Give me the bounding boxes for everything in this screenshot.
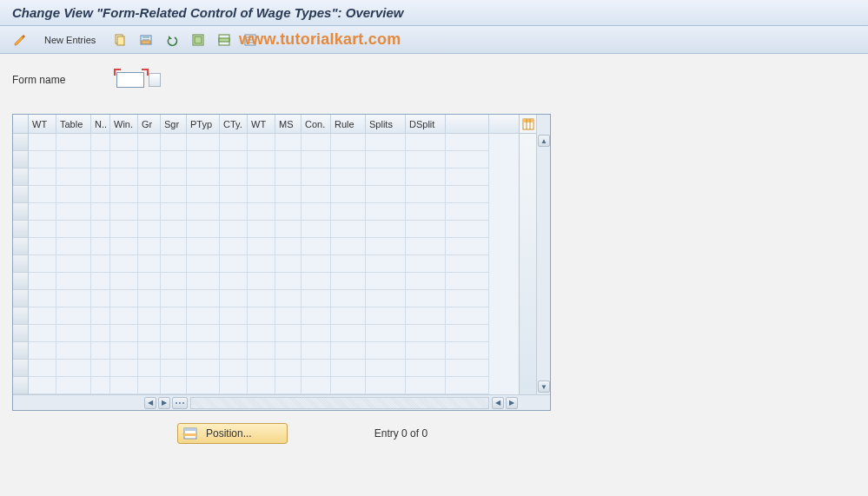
row-selector-header[interactable] <box>13 115 29 134</box>
table-cell[interactable] <box>301 255 331 273</box>
table-cell[interactable] <box>110 151 138 169</box>
table-cell[interactable] <box>56 151 91 169</box>
table-cell[interactable] <box>161 169 187 186</box>
row-selector[interactable] <box>13 290 29 308</box>
table-cell[interactable] <box>331 134 366 151</box>
table-cell[interactable] <box>301 377 331 394</box>
table-cell[interactable] <box>406 360 446 377</box>
table-cell[interactable] <box>138 360 161 377</box>
table-cell[interactable] <box>110 255 138 273</box>
table-cell[interactable] <box>220 255 248 273</box>
table-cell[interactable] <box>110 308 138 325</box>
table-cell[interactable] <box>331 169 366 186</box>
column-header[interactable]: Rule <box>331 115 366 133</box>
table-cell[interactable] <box>29 377 56 394</box>
table-cell[interactable] <box>248 255 275 273</box>
table-cell[interactable] <box>301 134 331 151</box>
undo-change-button[interactable] <box>161 30 183 50</box>
row-selector[interactable] <box>13 360 29 377</box>
table-cell[interactable] <box>56 377 91 394</box>
table-cell[interactable] <box>91 360 110 377</box>
table-cell[interactable] <box>301 325 331 342</box>
table-cell[interactable] <box>56 221 91 238</box>
table-cell[interactable] <box>138 134 161 151</box>
table-cell[interactable] <box>248 169 275 186</box>
table-cell[interactable] <box>29 342 56 360</box>
table-cell[interactable] <box>91 308 110 325</box>
table-cell[interactable] <box>138 377 161 394</box>
table-cell[interactable] <box>56 203 91 221</box>
table-cell[interactable] <box>406 290 446 308</box>
table-cell[interactable] <box>110 221 138 238</box>
table-cell[interactable] <box>110 325 138 342</box>
row-selector[interactable] <box>13 186 29 203</box>
table-cell[interactable] <box>275 255 301 273</box>
form-name-input[interactable] <box>116 72 144 88</box>
table-cell[interactable] <box>91 134 110 151</box>
table-cell[interactable] <box>406 134 446 151</box>
position-button[interactable]: Position... <box>177 423 288 444</box>
row-selector[interactable] <box>13 238 29 255</box>
table-cell[interactable] <box>138 342 161 360</box>
table-cell[interactable] <box>406 169 446 186</box>
table-cell[interactable] <box>91 290 110 308</box>
table-cell[interactable] <box>406 238 446 255</box>
table-cell[interactable] <box>187 186 220 203</box>
table-cell[interactable] <box>29 255 56 273</box>
copy-as-button[interactable] <box>109 30 131 50</box>
table-cell[interactable] <box>91 377 110 394</box>
table-cell[interactable] <box>91 255 110 273</box>
table-cell[interactable] <box>91 342 110 360</box>
table-cell[interactable] <box>275 308 301 325</box>
table-cell[interactable] <box>301 360 331 377</box>
table-cell[interactable] <box>301 290 331 308</box>
table-cell[interactable] <box>248 290 275 308</box>
table-cell[interactable] <box>366 325 406 342</box>
table-cell[interactable] <box>161 377 187 394</box>
table-cell[interactable] <box>91 186 110 203</box>
column-header[interactable]: Win. <box>110 115 138 133</box>
table-cell[interactable] <box>110 203 138 221</box>
row-selector[interactable] <box>13 203 29 221</box>
table-cell[interactable] <box>56 134 91 151</box>
row-selector[interactable] <box>13 169 29 186</box>
table-cell[interactable] <box>161 186 187 203</box>
table-cell[interactable] <box>275 342 301 360</box>
table-cell[interactable] <box>366 186 406 203</box>
table-cell[interactable] <box>331 342 366 360</box>
table-cell[interactable] <box>110 186 138 203</box>
table-cell[interactable] <box>110 342 138 360</box>
scroll-right-end-button[interactable]: ▶ <box>506 397 518 409</box>
table-cell[interactable] <box>220 273 248 290</box>
table-cell[interactable] <box>187 377 220 394</box>
table-cell[interactable] <box>110 290 138 308</box>
table-cell[interactable] <box>275 186 301 203</box>
table-cell[interactable] <box>220 360 248 377</box>
table-cell[interactable] <box>301 151 331 169</box>
table-cell[interactable] <box>406 377 446 394</box>
table-cell[interactable] <box>220 186 248 203</box>
search-help-button[interactable] <box>149 73 161 87</box>
table-cell[interactable] <box>56 273 91 290</box>
table-cell[interactable] <box>275 169 301 186</box>
table-cell[interactable] <box>29 169 56 186</box>
table-cell[interactable] <box>56 290 91 308</box>
select-block-button[interactable] <box>213 30 235 50</box>
table-cell[interactable] <box>248 273 275 290</box>
table-cell[interactable] <box>366 342 406 360</box>
column-header[interactable]: DSplit <box>406 115 446 133</box>
table-cell[interactable] <box>161 203 187 221</box>
table-cell[interactable] <box>366 308 406 325</box>
table-cell[interactable] <box>220 290 248 308</box>
column-header[interactable]: CTy. <box>220 115 248 133</box>
column-header[interactable]: Sgr <box>161 115 187 133</box>
column-header[interactable]: N.. <box>91 115 110 133</box>
table-cell[interactable] <box>220 203 248 221</box>
table-cell[interactable] <box>331 151 366 169</box>
table-cell[interactable] <box>161 273 187 290</box>
table-cell[interactable] <box>187 169 220 186</box>
table-cell[interactable] <box>29 186 56 203</box>
table-cell[interactable] <box>366 134 406 151</box>
table-cell[interactable] <box>110 377 138 394</box>
table-cell[interactable] <box>138 273 161 290</box>
